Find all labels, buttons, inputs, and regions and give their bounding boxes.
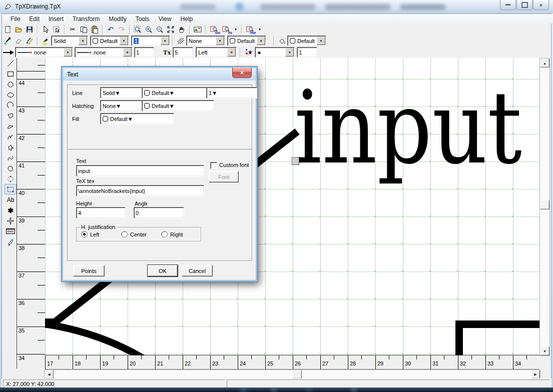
undo-button[interactable]: ↶ bbox=[105, 24, 116, 34]
dialog-hatching-color-combo[interactable]: Default▼ bbox=[142, 100, 214, 112]
dropdown-arrow-icon[interactable]: ▼ bbox=[169, 103, 175, 109]
drawing-bracket-vertical[interactable] bbox=[455, 320, 463, 355]
cut-button[interactable]: ✂ bbox=[67, 24, 78, 34]
tool-ellipse[interactable] bbox=[5, 90, 17, 100]
select-tool-button[interactable] bbox=[40, 24, 51, 34]
tool-polyline[interactable] bbox=[5, 132, 17, 142]
close-button[interactable]: × bbox=[533, 0, 549, 10]
copy-button[interactable] bbox=[78, 24, 89, 34]
tool-circle[interactable] bbox=[5, 79, 17, 90]
open-button[interactable] bbox=[13, 24, 24, 34]
dropdown-arrow-icon[interactable]: ▼ bbox=[120, 36, 128, 45]
tool-curve[interactable] bbox=[5, 152, 17, 163]
tool-segment[interactable] bbox=[5, 121, 17, 132]
pick-properties-icon[interactable] bbox=[2, 36, 13, 46]
arrow-end-combo[interactable]: none▼ bbox=[75, 47, 133, 58]
horizontal-scrollbar[interactable]: ◀ ▶ bbox=[44, 370, 540, 380]
text-size-input[interactable] bbox=[173, 47, 193, 58]
dialog-line-color-combo[interactable]: Default▼ bbox=[142, 87, 214, 98]
arrow-size-input[interactable] bbox=[134, 47, 154, 58]
dropdown-arrow-icon[interactable]: ▼ bbox=[227, 48, 236, 56]
tool-bezier-path[interactable] bbox=[5, 174, 17, 184]
custom-font-checkbox[interactable] bbox=[210, 162, 217, 169]
dialog-fill-color-combo[interactable]: Default▼ bbox=[100, 113, 174, 124]
text-input[interactable] bbox=[76, 165, 204, 176]
scroll-down-button[interactable]: ▼ bbox=[540, 346, 549, 356]
zoom-out-button[interactable] bbox=[154, 24, 165, 34]
angle-input[interactable] bbox=[134, 207, 184, 218]
fill-color-combo[interactable]: Default▼ bbox=[287, 36, 326, 46]
hatching-style-combo[interactable]: None▼ bbox=[186, 36, 225, 46]
select-area-button[interactable] bbox=[51, 24, 62, 34]
radio-right[interactable]: Right bbox=[161, 231, 183, 238]
ok-button[interactable]: OK bbox=[148, 265, 178, 276]
tool-bitmap[interactable]: BMP bbox=[5, 226, 17, 236]
pdf-dropdown-arrow[interactable]: ▼ bbox=[256, 24, 263, 34]
font-button[interactable]: Font bbox=[209, 171, 239, 182]
tool-polygon[interactable] bbox=[5, 142, 17, 152]
preview-pdf-button[interactable]: PDF bbox=[244, 24, 256, 34]
tool-star[interactable]: ✱ bbox=[5, 205, 17, 216]
canvas-big-text[interactable]: input bbox=[294, 70, 522, 186]
scroll-up-button[interactable]: ▲ bbox=[540, 58, 549, 68]
tool-text[interactable]: Ab bbox=[5, 194, 17, 205]
menu-edit[interactable]: Edit bbox=[25, 14, 44, 24]
tool-symbol[interactable] bbox=[5, 216, 17, 226]
zoom-in-button[interactable] bbox=[143, 24, 154, 34]
menu-file[interactable]: File bbox=[6, 14, 25, 24]
tex-text-input[interactable] bbox=[76, 185, 204, 196]
pan-hand-button[interactable] bbox=[176, 24, 187, 34]
point-shape-combo[interactable]: ●▼ bbox=[255, 47, 295, 58]
scroll-left-button[interactable]: ◀ bbox=[45, 370, 54, 379]
vertical-scrollbar[interactable]: ▲ ▼ bbox=[539, 58, 550, 356]
arrow-start-combo[interactable]: none▼ bbox=[15, 47, 73, 58]
dialog-titlebar[interactable]: Text bbox=[63, 68, 256, 80]
tool-arc[interactable] bbox=[5, 100, 17, 110]
save-button[interactable] bbox=[24, 24, 35, 34]
radio-center[interactable]: Center bbox=[121, 231, 147, 238]
tool-line[interactable] bbox=[5, 58, 17, 68]
radio-left-icon[interactable] bbox=[81, 231, 88, 238]
drawing-curve[interactable] bbox=[45, 324, 146, 355]
radio-right-icon[interactable] bbox=[161, 231, 168, 238]
default-properties-icon[interactable] bbox=[13, 36, 24, 46]
tool-closed-curve[interactable] bbox=[5, 163, 17, 174]
line-color-combo[interactable]: Default▼ bbox=[90, 36, 129, 46]
tool-closed-bezier-selected[interactable] bbox=[5, 184, 17, 194]
menu-modify[interactable]: Modify bbox=[104, 14, 131, 24]
apply-properties-icon[interactable] bbox=[24, 36, 35, 46]
height-input[interactable] bbox=[76, 207, 126, 218]
minimize-button[interactable] bbox=[500, 0, 516, 10]
window-titlebar[interactable]: TpXDrawing.TpX × bbox=[0, 0, 553, 14]
new-document-button[interactable] bbox=[2, 24, 13, 34]
preview-dvi-button[interactable]: DVI bbox=[208, 24, 220, 34]
dropdown-arrow-icon[interactable]: ▼ bbox=[128, 116, 133, 122]
menu-help[interactable]: Help bbox=[176, 14, 197, 24]
menu-tools[interactable]: Tools bbox=[131, 14, 154, 24]
picture-properties-button[interactable] bbox=[192, 24, 203, 34]
ps-dropdown-arrow[interactable]: ▼ bbox=[232, 24, 239, 34]
hscroll-thumb[interactable] bbox=[292, 370, 302, 379]
scroll-right-button[interactable]: ▶ bbox=[531, 370, 540, 379]
hatching-color-combo[interactable]: Default▼ bbox=[227, 36, 266, 46]
dropdown-arrow-icon[interactable]: ▼ bbox=[169, 90, 175, 96]
selection-handle[interactable] bbox=[292, 158, 299, 165]
tool-sector[interactable] bbox=[5, 110, 17, 121]
paste-button[interactable] bbox=[89, 24, 100, 34]
dropdown-arrow-icon[interactable]: ▼ bbox=[161, 36, 169, 45]
cancel-button[interactable]: Cancel bbox=[182, 265, 213, 276]
vscroll-thumb[interactable] bbox=[540, 200, 549, 210]
menu-transform[interactable]: Transform bbox=[68, 14, 104, 24]
zoom-area-button[interactable] bbox=[132, 24, 143, 34]
point-size-input[interactable] bbox=[297, 47, 317, 58]
radio-center-icon[interactable] bbox=[121, 231, 128, 238]
dialog-line-width-combo[interactable]: 1▼ bbox=[206, 87, 257, 98]
dropdown-arrow-icon[interactable]: ▼ bbox=[317, 36, 325, 45]
dropdown-arrow-icon[interactable]: ▼ bbox=[79, 36, 87, 45]
line-width-combo[interactable]: 1▼ bbox=[131, 36, 170, 46]
line-style-combo[interactable]: Solid▼ bbox=[51, 36, 88, 46]
tool-rectangle[interactable] bbox=[5, 68, 17, 79]
preview-ps-button[interactable]: PS bbox=[220, 24, 232, 34]
zoom-fit-button[interactable] bbox=[165, 24, 176, 34]
dialog-close-button[interactable]: × bbox=[232, 68, 252, 78]
